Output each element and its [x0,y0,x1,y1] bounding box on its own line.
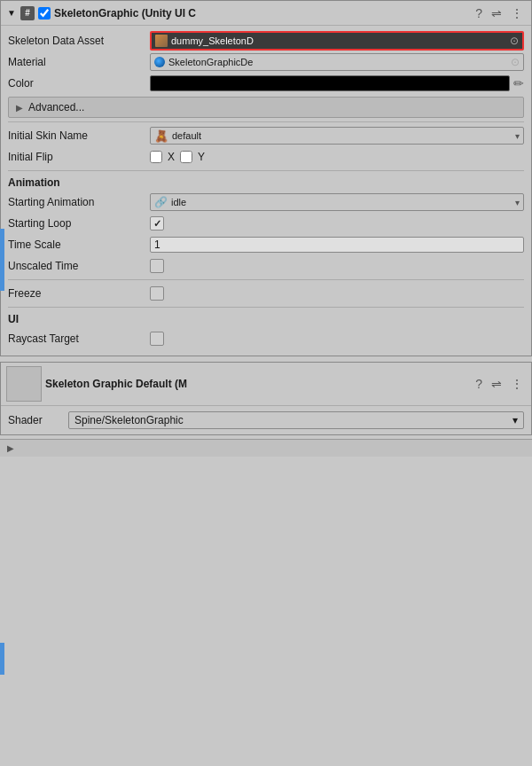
panel-body: Skeleton Data Asset dummy_SkeletonD ⊙ Ma… [1,26,531,356]
shader-dropdown-arrow-icon: ▾ [512,414,518,426]
flip-y-checkbox[interactable] [180,151,192,163]
panel2-body: Shader Spine/SkeletonGraphic ▾ [1,406,531,434]
shader-text: Spine/SkeletonGraphic [74,414,509,426]
skin-dropdown-arrow-icon: ▾ [515,131,520,141]
panel-header: ▼ # SkeletonGraphic (Unity UI C ? ⇌ ⋮ [1,1,531,26]
time-scale-label: Time Scale [8,238,150,251]
bottom-bar: ▶ [0,439,532,457]
time-scale-input[interactable]: 1 [150,237,524,253]
color-label: Color [8,77,150,90]
initial-skin-name-label: Initial Skin Name [8,129,150,142]
unscaled-time-row: Unscaled Time [8,256,524,276]
left-blue-accent [0,229,4,291]
skeleton-data-asset-value: dummy_SkeletonD ⊙ [150,31,524,51]
freeze-value [150,286,524,301]
collapse-arrow-icon[interactable]: ▼ [6,8,17,19]
panel2-more-icon[interactable]: ⋮ [508,376,526,392]
panel-title: SkeletonGraphic (Unity UI C [54,7,469,20]
help-icon[interactable]: ? [473,5,485,21]
more-icon[interactable]: ⋮ [508,5,526,21]
material-text: SkeletonGraphicDe [168,57,507,67]
flip-y-label: Y [198,151,205,163]
anim-icon: 🔗 [154,196,168,208]
skin-icon: 🧸 [154,129,168,143]
skeleton-data-asset-row: Skeleton Data Asset dummy_SkeletonD ⊙ [8,31,524,51]
anim-dropdown-arrow-icon: ▾ [515,198,520,207]
skeleton-target-icon[interactable]: ⊙ [510,35,519,47]
freeze-checkbox[interactable] [150,286,164,301]
hash-icon: # [20,6,35,20]
shader-label: Shader [8,414,61,426]
starting-animation-value: 🔗 idle ▾ [150,193,524,211]
starting-loop-value [150,216,524,231]
material-field[interactable]: SkeletonGraphicDe ⊙ [150,53,524,71]
skeleton-graphic-material-panel: Skeleton Graphic Default (M ? ⇌ ⋮ Shader… [0,362,532,435]
initial-skin-name-value: 🧸 default ▾ [150,127,524,145]
shader-row: Shader Spine/SkeletonGraphic ▾ [8,411,524,429]
unscaled-time-label: Unscaled Time [8,260,150,272]
material-target-icon[interactable]: ⊙ [511,56,520,68]
starting-loop-label: Starting Loop [8,217,150,230]
initial-flip-row: Initial Flip X Y [8,147,524,167]
skeleton-data-asset-text: dummy_SkeletonD [171,35,506,46]
material-label: Material [8,56,150,68]
skeleton-data-asset-label: Skeleton Data Asset [8,35,150,47]
enable-checkbox[interactable] [38,7,51,20]
panel2-header: Skeleton Graphic Default (M ? ⇌ ⋮ [1,363,531,406]
color-row: Color ✏ [8,74,524,93]
initial-flip-label: Initial Flip [8,151,150,163]
freeze-label: Freeze [8,287,150,300]
anim-text: idle [171,197,512,207]
panel2-settings-icon[interactable]: ⇌ [489,376,505,392]
raycast-target-label: Raycast Target [8,332,150,345]
eyedropper-icon[interactable]: ✏ [513,76,524,90]
animation-heading: Animation [8,176,524,189]
freeze-row: Freeze [8,284,524,303]
panel2-help-icon[interactable]: ? [473,376,485,392]
skeleton-data-asset-field[interactable]: dummy_SkeletonD ⊙ [150,31,524,51]
initial-flip-value: X Y [150,151,524,163]
starting-loop-checkbox[interactable] [150,216,164,231]
starting-animation-row: Starting Animation 🔗 idle ▾ [8,192,524,212]
settings-icon[interactable]: ⇌ [489,5,505,21]
color-value: ✏ [150,75,524,91]
starting-loop-row: Starting Loop [8,214,524,233]
panel2-title: Skeleton Graphic Default (M [45,378,469,390]
material-row: Material SkeletonGraphicDe ⊙ [8,52,524,72]
advanced-label: Advanced... [28,101,84,113]
initial-skin-name-row: Initial Skin Name 🧸 default ▾ [8,126,524,145]
skeleton-data-asset-icon [155,35,168,47]
advanced-section[interactable]: ▶ Advanced... [8,97,524,118]
flip-group: X Y [150,151,205,163]
divider-1 [8,121,524,122]
play-icon[interactable]: ▶ [7,443,14,453]
skeleton-graphic-panel: ▼ # SkeletonGraphic (Unity UI C ? ⇌ ⋮ Sk… [0,0,532,356]
header-icons: ? ⇌ ⋮ [473,5,526,21]
color-swatch[interactable] [150,75,510,91]
raycast-target-checkbox[interactable] [150,332,164,346]
material-icon [154,57,165,67]
advanced-arrow-icon: ▶ [16,103,23,113]
unscaled-time-value [150,259,524,273]
material-value: SkeletonGraphicDe ⊙ [150,53,524,71]
material-thumbnail [6,366,42,402]
raycast-target-row: Raycast Target [8,329,524,348]
time-scale-row: Time Scale 1 [8,235,524,254]
time-scale-value: 1 [150,237,524,253]
unscaled-time-checkbox[interactable] [150,259,164,273]
flip-x-label: X [168,151,175,163]
divider-2 [8,170,524,171]
starting-animation-label: Starting Animation [8,196,150,208]
shader-dropdown[interactable]: Spine/SkeletonGraphic ▾ [68,411,524,429]
divider-3 [8,279,524,280]
starting-animation-dropdown[interactable]: 🔗 idle ▾ [150,193,524,211]
skin-name-text: default [172,130,512,141]
left-blue-accent2 [0,643,4,675]
initial-skin-name-dropdown[interactable]: 🧸 default ▾ [150,127,524,145]
raycast-target-value [150,332,524,346]
divider-4 [8,307,524,308]
flip-x-checkbox[interactable] [150,151,162,163]
ui-heading: UI [8,313,524,325]
